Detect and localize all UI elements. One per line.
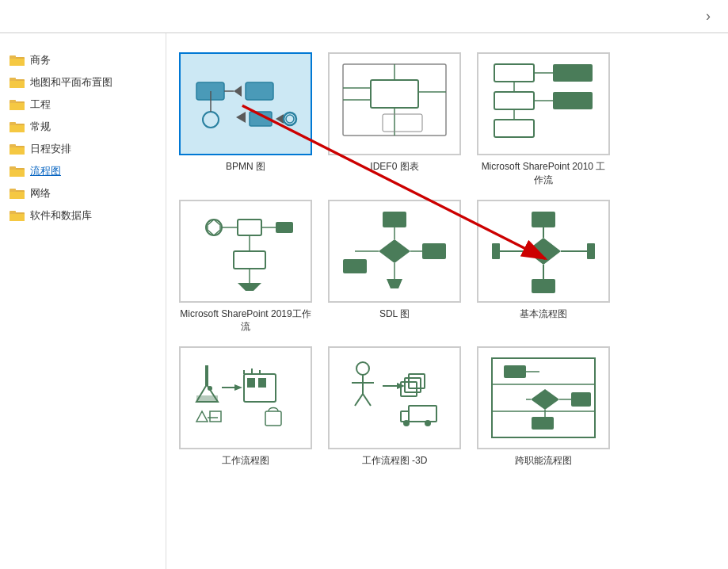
template-name-bpmn: BPMN 图: [226, 160, 265, 174]
svg-rect-18: [10, 147, 25, 155]
category-item-label: 日程安排: [30, 142, 71, 156]
template-thumb-crossfunc: [477, 346, 610, 449]
template-item-sharepoint2019[interactable]: Microsoft SharePoint 2019工作流: [179, 200, 312, 334]
template-item-crossfunc[interactable]: 跨职能流程图: [477, 346, 610, 468]
template-thumb-idef0: [328, 52, 461, 155]
template-thumb-workflow3d: [328, 346, 461, 449]
svg-rect-67: [234, 251, 265, 269]
svg-rect-93: [258, 378, 266, 388]
svg-rect-50: [383, 114, 422, 132]
template-name-workflow: 工作流程图: [222, 454, 269, 468]
svg-rect-76: [422, 243, 446, 259]
template-item-bpmn[interactable]: BPMN 图: [179, 52, 312, 187]
svg-rect-92: [247, 378, 255, 388]
svg-rect-31: [10, 211, 16, 214]
template-item-sharepoint2010[interactable]: Microsoft SharePoint 2010 工作流: [477, 52, 610, 187]
template-name-crossfunc: 跨职能流程图: [515, 454, 572, 468]
svg-rect-108: [405, 378, 421, 392]
template-name-basic: 基本流程图: [520, 307, 567, 321]
svg-rect-110: [409, 406, 436, 422]
svg-marker-119: [531, 389, 559, 410]
svg-marker-69: [238, 283, 261, 291]
folder-icon: [10, 187, 25, 200]
template-item-workflow[interactable]: 工作流程图: [179, 346, 312, 468]
svg-rect-70: [383, 212, 406, 227]
category-item-label: 商务: [30, 53, 51, 67]
template-name-workflow3d: 工作流程图 -3D: [362, 454, 428, 468]
svg-rect-85: [587, 243, 595, 259]
svg-rect-26: [10, 192, 25, 199]
svg-rect-27: [10, 189, 16, 192]
svg-line-103: [355, 394, 363, 406]
template-item-workflow3d[interactable]: 工作流程图 -3D: [328, 346, 461, 468]
sidebar-item-schedule[interactable]: 日程安排: [0, 138, 166, 160]
sidebar-item-software[interactable]: 软件和数据库: [0, 204, 166, 227]
category-label: [0, 43, 166, 49]
svg-point-40: [286, 115, 294, 123]
template-thumb-workflow: [179, 346, 312, 449]
sidebar-item-engineering[interactable]: 工程: [0, 94, 166, 116]
folder-icon: [10, 76, 25, 89]
template-thumb-basic: [477, 200, 610, 303]
svg-rect-99: [265, 411, 281, 426]
sidebar-item-flowchart[interactable]: 流程图: [0, 160, 166, 182]
sidebar-item-general[interactable]: 常规: [0, 116, 166, 138]
svg-rect-15: [10, 122, 16, 125]
svg-rect-83: [492, 243, 500, 259]
dialog-body: 商务 地图和平面布置图 工程 常规 日程安排 流程图 网络 软件和数据库: [0, 33, 728, 569]
template-item-basic[interactable]: 基本流程图: [477, 200, 610, 334]
svg-rect-123: [532, 417, 554, 430]
svg-rect-87: [532, 279, 555, 293]
svg-line-104: [363, 394, 371, 406]
svg-point-112: [403, 420, 410, 426]
svg-rect-58: [494, 120, 534, 137]
svg-point-60: [206, 220, 222, 235]
folder-icon: [10, 209, 25, 222]
right-panel: BPMN 图 IDEF0 图表 Microsoft SharePoint 201…: [166, 33, 728, 569]
svg-rect-11: [10, 100, 16, 103]
category-item-label: 常规: [30, 120, 51, 134]
template-item-sdl[interactable]: SDL 图: [328, 200, 461, 334]
svg-rect-97: [210, 411, 221, 422]
template-thumb-sdl: [328, 200, 461, 303]
dialog-header: ›: [0, 0, 728, 33]
template-name-idef0: IDEF0 图表: [370, 160, 418, 174]
svg-point-100: [356, 362, 369, 375]
folder-icon: [10, 165, 25, 178]
svg-rect-122: [571, 392, 591, 407]
template-thumb-bpmn: [179, 52, 312, 155]
svg-rect-117: [504, 365, 526, 378]
svg-rect-14: [10, 125, 25, 132]
category-item-label: 网络: [30, 186, 51, 200]
template-item-idef0[interactable]: IDEF0 图表: [328, 52, 461, 187]
template-grid: BPMN 图 IDEF0 图表 Microsoft SharePoint 201…: [179, 52, 715, 468]
svg-rect-30: [10, 214, 25, 221]
svg-marker-33: [234, 86, 242, 97]
svg-rect-79: [532, 212, 555, 227]
template-name-sharepoint2010: Microsoft SharePoint 2010 工作流: [477, 160, 610, 187]
dialog: › 商务 地图和平面布置图 工程 常规 日程安排 流程图: [0, 0, 728, 569]
svg-rect-74: [343, 259, 367, 273]
svg-rect-6: [10, 81, 25, 88]
svg-rect-44: [371, 80, 418, 108]
sidebar-item-map[interactable]: 地图和平面布置图: [0, 71, 166, 94]
svg-rect-3: [10, 55, 16, 59]
svg-rect-7: [10, 78, 16, 81]
sidebar-item-business[interactable]: 商务: [0, 49, 166, 71]
svg-marker-72: [379, 239, 410, 263]
template-thumb-sharepoint2019: [179, 200, 312, 303]
svg-rect-37: [250, 112, 272, 126]
svg-rect-2: [10, 59, 25, 66]
svg-rect-111: [401, 411, 409, 422]
svg-point-113: [425, 420, 431, 426]
sidebar-item-network[interactable]: 网络: [0, 182, 166, 204]
category-list: 商务 地图和平面布置图 工程 常规 日程安排 流程图 网络 软件和数据库: [0, 49, 166, 227]
svg-rect-65: [276, 222, 293, 233]
category-item-label: 地图和平面布置图: [30, 75, 112, 90]
svg-rect-52: [553, 64, 593, 82]
category-item-label: 流程图: [30, 164, 61, 178]
svg-rect-34: [246, 82, 273, 100]
svg-rect-55: [553, 92, 593, 109]
close-icon[interactable]: ›: [701, 6, 715, 26]
svg-marker-78: [387, 279, 402, 288]
